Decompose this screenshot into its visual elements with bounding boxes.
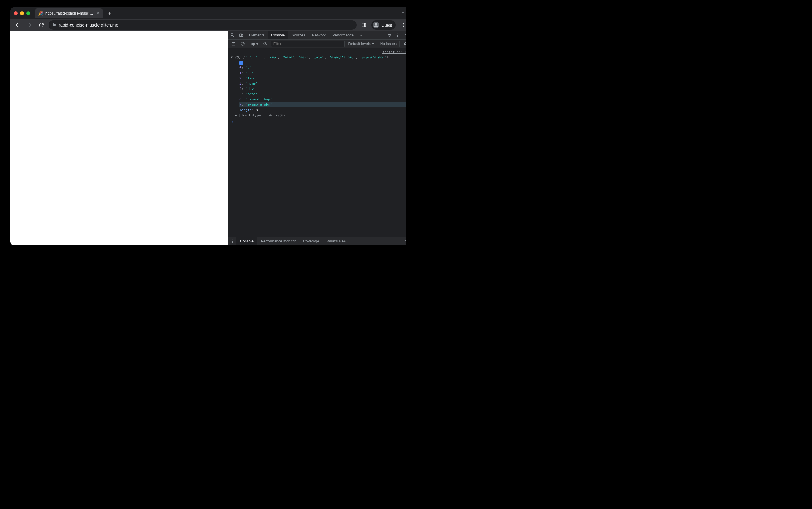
issues-label: No Issues (380, 42, 397, 46)
reload-button[interactable] (37, 21, 45, 29)
drawer-tab-console[interactable]: Console (236, 237, 257, 245)
inspect-element-icon[interactable] (228, 31, 237, 39)
tab-title: https://rapid-concise-muscle.g (45, 11, 94, 15)
drawer-tab-whatsnew[interactable]: What's New (323, 237, 350, 245)
console-settings-icon[interactable] (402, 40, 406, 47)
avatar-icon (373, 22, 379, 28)
live-expression-icon[interactable] (262, 40, 269, 47)
svg-point-18 (232, 239, 232, 240)
address-bar[interactable]: rapid-concise-muscle.glitch.me (49, 21, 356, 30)
chevron-down-icon: ▾ (256, 42, 258, 46)
browser-toolbar: rapid-concise-muscle.glitch.me Guest (10, 19, 406, 31)
array-item-row[interactable]: 0: "." (239, 65, 406, 70)
array-preview-item: 'proc' (312, 55, 325, 59)
window-minimize-button[interactable] (20, 11, 24, 15)
svg-point-17 (265, 43, 266, 44)
array-length: (8) (235, 55, 241, 59)
array-preview-item: 'example.pbm' (360, 55, 386, 59)
levels-label: Default levels (348, 42, 371, 46)
tab-close-icon[interactable]: ✕ (96, 11, 100, 16)
device-toolbar-icon[interactable] (237, 31, 246, 39)
tabs-dropdown-icon[interactable] (399, 10, 406, 16)
expand-triangle-icon[interactable]: ▶ (235, 113, 237, 118)
context-label: top (250, 42, 255, 46)
issues-button[interactable]: No Issues (378, 41, 400, 47)
svg-point-5 (403, 25, 404, 26)
array-item-row[interactable]: 4: "dev" (239, 86, 406, 92)
console-prompt[interactable]: › (231, 118, 406, 125)
info-icon: i (239, 61, 243, 65)
browser-window: 🎉 https://rapid-concise-muscle.g ✕ + rap… (10, 7, 406, 245)
drawer-tab-coverage[interactable]: Coverage (299, 237, 323, 245)
side-panel-icon[interactable] (360, 21, 368, 29)
array-length-row: length: 8 (239, 107, 406, 113)
content-area: Elements Console Sources Network Perform… (10, 31, 406, 245)
expand-triangle-icon[interactable]: ▼ (231, 55, 233, 60)
array-item-row[interactable]: 3: "home" (239, 81, 406, 86)
tab-elements[interactable]: Elements (246, 31, 268, 39)
drawer-close-icon[interactable]: ✕ (402, 237, 406, 245)
svg-point-11 (397, 35, 398, 35)
source-link[interactable]: script.js:10 (231, 49, 406, 55)
execution-context-selector[interactable]: top ▾ (249, 42, 259, 46)
clear-console-icon[interactable] (239, 40, 246, 47)
tab-performance[interactable]: Performance (329, 31, 357, 39)
console-sidebar-toggle-icon[interactable] (230, 40, 237, 47)
array-item-row[interactable]: 7: "example.pbm" (239, 102, 406, 107)
array-item-row[interactable]: 1: ".." (239, 70, 406, 76)
console-toolbar: top ▾ Default levels ▾ No Issues (228, 39, 406, 48)
browser-tab[interactable]: 🎉 https://rapid-concise-muscle.g ✕ (35, 8, 103, 18)
profile-button[interactable]: Guest (371, 21, 396, 30)
svg-rect-7 (231, 33, 233, 35)
prototype-key: [[Prototype]] (239, 113, 265, 117)
page-viewport[interactable] (10, 31, 228, 245)
drawer-menu-icon[interactable] (228, 237, 236, 245)
svg-point-12 (397, 36, 398, 36)
lock-icon (52, 23, 56, 28)
array-preview-item: '..' (255, 55, 263, 59)
forward-button[interactable] (25, 21, 34, 29)
info-badge-row: i (239, 60, 406, 65)
svg-point-19 (232, 241, 232, 241)
prototype-row[interactable]: ▶ [[Prototype]]: Array(0) (231, 113, 406, 118)
svg-point-10 (397, 33, 398, 34)
chevron-down-icon: ▾ (372, 42, 374, 46)
tab-sources[interactable]: Sources (288, 31, 309, 39)
devtools-settings-icon[interactable] (385, 31, 393, 39)
array-item-row[interactable]: 6: "example.bmp" (239, 97, 406, 102)
console-filter-input[interactable] (271, 41, 345, 47)
svg-rect-13 (232, 42, 235, 45)
drawer-tab-perfmon[interactable]: Performance monitor (257, 237, 299, 245)
array-item-row[interactable]: 5: "proc" (239, 92, 406, 97)
svg-point-4 (403, 23, 404, 24)
array-preview-item: 'dev' (298, 55, 308, 59)
window-close-button[interactable] (14, 11, 18, 15)
array-preview-item: 'example.bmp' (329, 55, 355, 59)
devtools-close-icon[interactable]: ✕ (402, 31, 406, 39)
devtools-menu-icon[interactable] (393, 31, 402, 39)
traffic-lights (14, 11, 30, 15)
devtools-tabbar: Elements Console Sources Network Perform… (228, 31, 406, 39)
console-output[interactable]: script.js:10 ▼ (8) ['.', '..', 'tmp', 'h… (228, 48, 406, 237)
array-preview-item: 'home' (282, 55, 294, 59)
svg-rect-2 (362, 24, 366, 27)
devtools-drawer: Console Performance monitor Coverage Wha… (228, 237, 406, 245)
array-preview-item: 'tmp' (268, 55, 278, 59)
titlebar: 🎉 https://rapid-concise-muscle.g ✕ + (10, 7, 406, 19)
tab-favicon-icon: 🎉 (38, 11, 43, 16)
window-maximize-button[interactable] (26, 11, 30, 15)
tabs-overflow-icon[interactable]: » (357, 31, 365, 39)
toolbar-right: Guest (360, 21, 406, 30)
profile-label: Guest (381, 23, 392, 28)
devtools-panel: Elements Console Sources Network Perform… (228, 31, 406, 245)
array-summary-row[interactable]: ▼ (8) ['.', '..', 'tmp', 'home', 'dev', … (231, 55, 406, 60)
back-button[interactable] (13, 21, 22, 29)
log-levels-selector[interactable]: Default levels ▾ (347, 42, 375, 46)
prototype-value: Array(0) (269, 113, 285, 117)
new-tab-button[interactable]: + (105, 9, 114, 18)
svg-point-6 (403, 26, 404, 27)
browser-menu-icon[interactable] (399, 21, 406, 29)
tab-console[interactable]: Console (268, 31, 288, 39)
tab-network[interactable]: Network (309, 31, 329, 39)
array-item-row[interactable]: 2: "tmp" (239, 76, 406, 81)
